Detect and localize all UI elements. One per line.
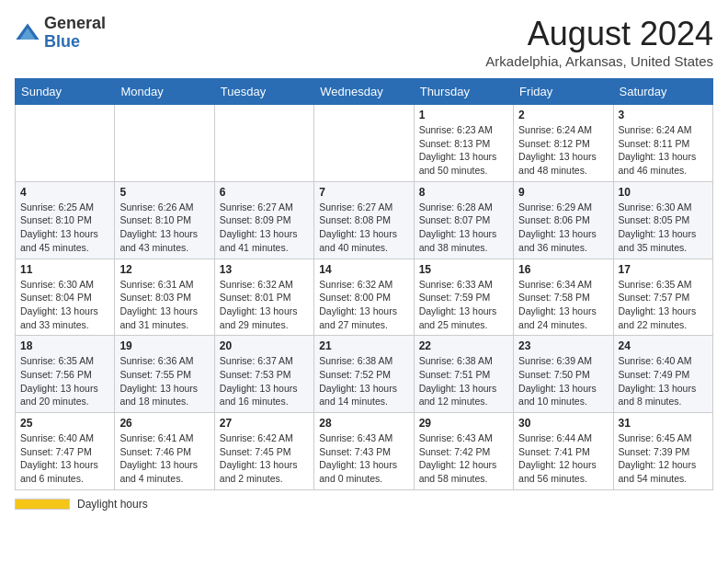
- day-number: 27: [220, 417, 309, 430]
- calendar-cell: 1Sunrise: 6:23 AM Sunset: 8:13 PM Daylig…: [414, 105, 513, 182]
- calendar-cell: 16Sunrise: 6:34 AM Sunset: 7:58 PM Dayli…: [514, 259, 613, 336]
- logo-icon: [15, 20, 40, 46]
- calendar-cell: [115, 105, 214, 182]
- calendar-header-friday: Friday: [514, 79, 613, 105]
- calendar-cell: 4Sunrise: 6:25 AM Sunset: 8:10 PM Daylig…: [16, 181, 115, 259]
- calendar-cell: 5Sunrise: 6:26 AM Sunset: 8:10 PM Daylig…: [115, 181, 214, 259]
- calendar-cell: [16, 105, 115, 182]
- calendar-table: SundayMondayTuesdayWednesdayThursdayFrid…: [15, 78, 713, 490]
- day-info: Sunrise: 6:31 AM Sunset: 8:03 PM Dayligh…: [119, 278, 209, 332]
- day-info: Sunrise: 6:35 AM Sunset: 7:56 PM Dayligh…: [20, 354, 109, 408]
- calendar-header-wednesday: Wednesday: [314, 79, 414, 105]
- day-info: Sunrise: 6:38 AM Sunset: 7:51 PM Dayligh…: [419, 354, 508, 408]
- calendar-header-thursday: Thursday: [414, 79, 513, 105]
- logo: General Blue: [15, 15, 106, 52]
- calendar-cell: 19Sunrise: 6:36 AM Sunset: 7:55 PM Dayli…: [115, 336, 214, 413]
- day-info: Sunrise: 6:35 AM Sunset: 7:57 PM Dayligh…: [619, 278, 708, 332]
- day-number: 8: [419, 186, 508, 199]
- calendar-cell: 10Sunrise: 6:30 AM Sunset: 8:05 PM Dayli…: [613, 181, 712, 259]
- calendar-cell: 28Sunrise: 6:43 AM Sunset: 7:43 PM Dayli…: [314, 413, 414, 490]
- calendar-cell: 13Sunrise: 6:32 AM Sunset: 8:01 PM Dayli…: [214, 259, 313, 336]
- day-info: Sunrise: 6:40 AM Sunset: 7:47 PM Dayligh…: [20, 431, 109, 486]
- day-info: Sunrise: 6:30 AM Sunset: 8:05 PM Dayligh…: [619, 201, 708, 255]
- calendar-header-monday: Monday: [115, 79, 214, 105]
- calendar-cell: 31Sunrise: 6:45 AM Sunset: 7:39 PM Dayli…: [613, 413, 712, 490]
- day-number: 28: [319, 417, 408, 430]
- calendar-cell: 23Sunrise: 6:39 AM Sunset: 7:50 PM Dayli…: [514, 336, 613, 413]
- day-info: Sunrise: 6:42 AM Sunset: 7:45 PM Dayligh…: [220, 431, 309, 486]
- calendar-week-0: 1Sunrise: 6:23 AM Sunset: 8:13 PM Daylig…: [16, 105, 713, 182]
- day-number: 22: [419, 339, 508, 352]
- day-info: Sunrise: 6:43 AM Sunset: 7:42 PM Dayligh…: [419, 431, 508, 486]
- day-number: 16: [518, 263, 608, 276]
- day-number: 9: [518, 186, 608, 199]
- calendar-cell: 20Sunrise: 6:37 AM Sunset: 7:53 PM Dayli…: [214, 336, 313, 413]
- day-number: 12: [119, 263, 209, 276]
- day-info: Sunrise: 6:27 AM Sunset: 8:08 PM Dayligh…: [319, 201, 408, 255]
- calendar-header-saturday: Saturday: [613, 79, 712, 105]
- calendar-cell: 30Sunrise: 6:44 AM Sunset: 7:41 PM Dayli…: [514, 413, 613, 490]
- day-number: 29: [419, 417, 508, 430]
- calendar-cell: 22Sunrise: 6:38 AM Sunset: 7:51 PM Dayli…: [414, 336, 513, 413]
- calendar-cell: 12Sunrise: 6:31 AM Sunset: 8:03 PM Dayli…: [115, 259, 214, 336]
- calendar-header-row: SundayMondayTuesdayWednesdayThursdayFrid…: [16, 79, 713, 105]
- day-number: 24: [619, 339, 708, 352]
- day-number: 13: [220, 263, 309, 276]
- calendar-header-sunday: Sunday: [16, 79, 115, 105]
- daylight-bar: [15, 499, 70, 510]
- day-info: Sunrise: 6:36 AM Sunset: 7:55 PM Dayligh…: [119, 354, 209, 408]
- day-info: Sunrise: 6:32 AM Sunset: 8:01 PM Dayligh…: [220, 278, 309, 332]
- day-number: 1: [419, 109, 508, 121]
- day-info: Sunrise: 6:24 AM Sunset: 8:11 PM Dayligh…: [619, 123, 708, 178]
- calendar-cell: 7Sunrise: 6:27 AM Sunset: 8:08 PM Daylig…: [314, 181, 414, 259]
- day-number: 6: [220, 186, 309, 199]
- calendar-cell: 14Sunrise: 6:32 AM Sunset: 8:00 PM Dayli…: [314, 259, 414, 336]
- day-number: 2: [518, 109, 608, 121]
- day-info: Sunrise: 6:39 AM Sunset: 7:50 PM Dayligh…: [518, 354, 608, 408]
- calendar-cell: 27Sunrise: 6:42 AM Sunset: 7:45 PM Dayli…: [214, 413, 313, 490]
- day-info: Sunrise: 6:41 AM Sunset: 7:46 PM Dayligh…: [119, 431, 209, 486]
- calendar-cell: 18Sunrise: 6:35 AM Sunset: 7:56 PM Dayli…: [16, 336, 115, 413]
- day-info: Sunrise: 6:43 AM Sunset: 7:43 PM Dayligh…: [319, 431, 408, 486]
- day-info: Sunrise: 6:37 AM Sunset: 7:53 PM Dayligh…: [220, 354, 309, 408]
- calendar-cell: 29Sunrise: 6:43 AM Sunset: 7:42 PM Dayli…: [414, 413, 513, 490]
- calendar-cell: [214, 105, 313, 182]
- logo-blue-text: Blue: [44, 33, 106, 52]
- calendar-cell: 21Sunrise: 6:38 AM Sunset: 7:52 PM Dayli…: [314, 336, 414, 413]
- calendar-cell: 26Sunrise: 6:41 AM Sunset: 7:46 PM Dayli…: [115, 413, 214, 490]
- day-number: 15: [419, 263, 508, 276]
- day-info: Sunrise: 6:44 AM Sunset: 7:41 PM Dayligh…: [518, 431, 608, 486]
- calendar-cell: 9Sunrise: 6:29 AM Sunset: 8:06 PM Daylig…: [514, 181, 613, 259]
- day-number: 23: [518, 339, 608, 352]
- calendar-cell: 25Sunrise: 6:40 AM Sunset: 7:47 PM Dayli…: [16, 413, 115, 490]
- day-number: 25: [20, 417, 109, 430]
- calendar-header-tuesday: Tuesday: [214, 79, 313, 105]
- day-info: Sunrise: 6:24 AM Sunset: 8:12 PM Dayligh…: [518, 123, 608, 178]
- day-info: Sunrise: 6:23 AM Sunset: 8:13 PM Dayligh…: [419, 123, 508, 178]
- day-info: Sunrise: 6:27 AM Sunset: 8:09 PM Dayligh…: [220, 201, 309, 255]
- day-number: 31: [619, 417, 708, 430]
- logo-text: General Blue: [44, 15, 106, 52]
- day-info: Sunrise: 6:34 AM Sunset: 7:58 PM Dayligh…: [518, 278, 608, 332]
- day-number: 26: [119, 417, 209, 430]
- main-title: August 2024: [485, 15, 713, 53]
- title-block: August 2024 Arkadelphia, Arkansas, Unite…: [485, 15, 713, 69]
- calendar-footer: Daylight hours: [15, 498, 713, 511]
- day-number: 21: [319, 339, 408, 352]
- logo-general-text: General: [44, 15, 106, 33]
- calendar-cell: 11Sunrise: 6:30 AM Sunset: 8:04 PM Dayli…: [16, 259, 115, 336]
- day-info: Sunrise: 6:38 AM Sunset: 7:52 PM Dayligh…: [319, 354, 408, 408]
- day-info: Sunrise: 6:33 AM Sunset: 7:59 PM Dayligh…: [419, 278, 508, 332]
- day-info: Sunrise: 6:29 AM Sunset: 8:06 PM Dayligh…: [518, 201, 608, 255]
- calendar-week-1: 4Sunrise: 6:25 AM Sunset: 8:10 PM Daylig…: [16, 181, 713, 259]
- day-number: 20: [220, 339, 309, 352]
- calendar-week-2: 11Sunrise: 6:30 AM Sunset: 8:04 PM Dayli…: [16, 259, 713, 336]
- daylight-label: Daylight hours: [77, 498, 148, 511]
- day-number: 30: [518, 417, 608, 430]
- calendar-cell: 8Sunrise: 6:28 AM Sunset: 8:07 PM Daylig…: [414, 181, 513, 259]
- day-info: Sunrise: 6:30 AM Sunset: 8:04 PM Dayligh…: [20, 278, 109, 332]
- day-number: 11: [20, 263, 109, 276]
- day-number: 5: [119, 186, 209, 199]
- day-info: Sunrise: 6:26 AM Sunset: 8:10 PM Dayligh…: [119, 201, 209, 255]
- day-info: Sunrise: 6:40 AM Sunset: 7:49 PM Dayligh…: [619, 354, 708, 408]
